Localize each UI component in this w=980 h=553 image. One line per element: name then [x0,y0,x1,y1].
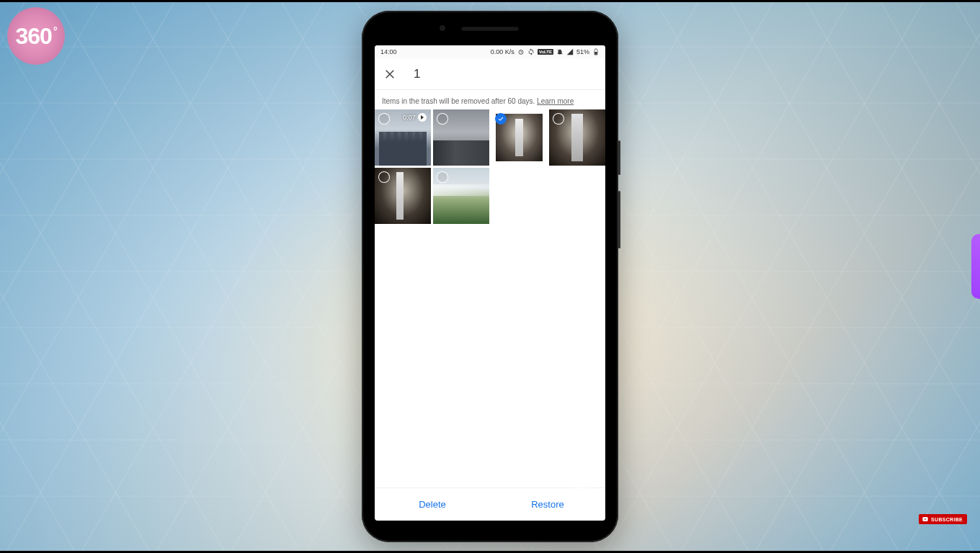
phone-screen: 14:00 0.00 K/s VoLTE 51% 1 Items in the … [375,45,605,521]
subscribe-badge[interactable]: SUBSCRIBE [919,514,967,524]
status-bar-right: 0.00 K/s VoLTE 51% [491,48,600,55]
video-duration-badge: 0:07 [403,113,427,122]
phone-frame: 14:00 0.00 K/s VoLTE 51% 1 Items in the … [362,11,618,542]
side-feedback-tab[interactable] [971,234,980,299]
battery-icon [592,48,600,55]
phone-volume-button [618,191,620,248]
degree-symbol: ° [53,25,57,37]
close-selection-button[interactable] [383,68,396,81]
brand-360-logo: 360° [7,7,65,65]
checkmark-selected-icon[interactable] [495,113,507,125]
youtube-play-icon [922,516,929,522]
trash-photo-grid: 0:07 [375,109,605,487]
video-duration-text: 0:07 [403,114,416,121]
volte-badge: VoLTE [538,49,553,55]
status-bar-left: 14:00 [380,48,400,55]
trash-thumbnail[interactable] [375,168,431,224]
letterbox-top [0,0,980,2]
restore-button[interactable]: Restore [490,488,605,521]
signal-icon [566,48,574,55]
sync-icon [527,48,535,55]
phone-earpiece [461,27,519,31]
alarm-icon [517,48,525,55]
select-circle-icon[interactable] [378,171,390,183]
trash-thumbnail[interactable] [433,168,489,224]
selection-header: 1 [375,58,605,90]
play-icon [418,113,427,122]
status-time: 14:00 [380,48,397,55]
trash-info-text: Items in the trash will be removed after… [382,97,537,105]
phone-power-button [618,140,620,175]
subscribe-label: SUBSCRIBE [931,517,963,522]
svg-rect-2 [594,52,597,55]
selection-count: 1 [414,67,420,81]
learn-more-link[interactable]: Learn more [537,97,574,105]
trash-thumbnail[interactable] [491,109,548,166]
status-battery-pct: 51% [576,48,589,55]
close-icon [383,68,396,81]
trash-thumbnail[interactable]: 0:07 [375,109,431,166]
brand-360-text: 360 [16,23,52,50]
check-icon [497,115,504,122]
delete-button[interactable]: Delete [375,488,490,521]
android-status-bar: 14:00 0.00 K/s VoLTE 51% [375,45,605,58]
dnd-bell-off-icon [556,48,564,55]
select-circle-icon[interactable] [378,113,390,125]
bottom-action-bar: Delete Restore [375,487,605,521]
trash-thumbnail[interactable] [433,109,489,166]
trash-thumbnail[interactable] [549,109,605,166]
select-circle-icon[interactable] [437,113,448,125]
select-circle-icon[interactable] [437,171,448,183]
status-net-speed: 0.00 K/s [491,48,514,55]
trash-info-banner: Items in the trash will be removed after… [375,90,605,109]
phone-front-camera [440,25,445,31]
